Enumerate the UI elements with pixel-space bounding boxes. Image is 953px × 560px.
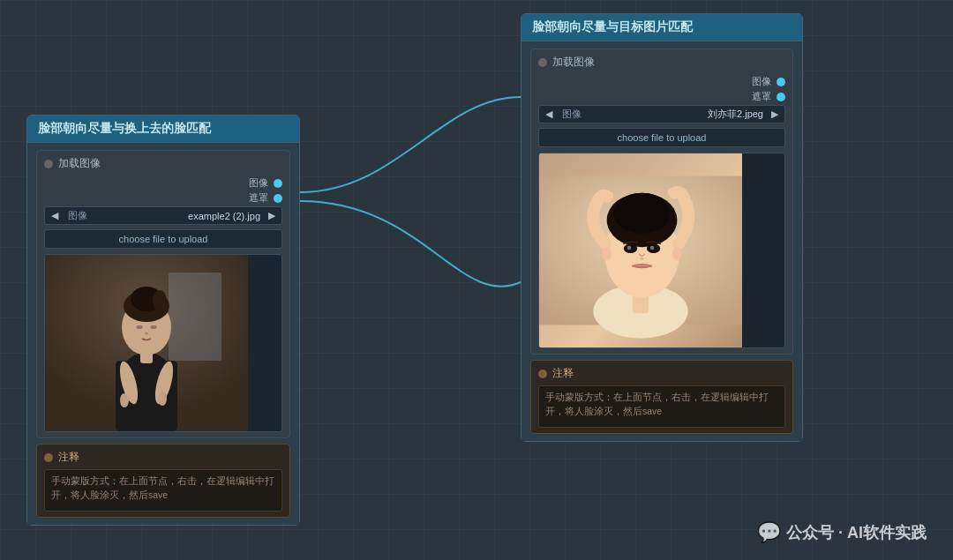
left-selector-prev[interactable]: ◀ — [45, 207, 64, 224]
svg-point-31 — [672, 247, 682, 260]
right-output-mask-row: 遮罩 — [538, 90, 785, 103]
right-image-selector[interactable]: ◀ 图像 刘亦菲2.jpeg ▶ — [538, 105, 785, 123]
right-selector-label: 图像 — [559, 108, 582, 121]
left-node-panel: 脸部朝向尽量与换上去的脸匹配 加载图像 图像 遮罩 ◀ 图像 example2 … — [26, 115, 300, 526]
left-notes-dot — [44, 453, 53, 462]
right-selector-value: 刘亦菲2.jpeg — [582, 108, 765, 121]
right-image-connector[interactable] — [777, 78, 785, 86]
left-output-image-row: 图像 — [44, 176, 282, 190]
left-image-selector[interactable]: ◀ 图像 example2 (2).jpg ▶ — [44, 206, 282, 225]
svg-point-28 — [650, 246, 655, 250]
right-notes-dot — [538, 370, 547, 378]
svg-point-22 — [613, 193, 670, 234]
svg-point-10 — [137, 325, 143, 329]
svg-point-9 — [153, 290, 167, 311]
right-mask-connector[interactable] — [777, 93, 785, 101]
right-upload-button[interactable]: choose file to upload — [538, 128, 785, 147]
svg-point-11 — [151, 325, 157, 329]
right-load-image-section: 加载图像 图像 遮罩 ◀ 图像 刘亦菲2.jpeg ▶ choose file … — [530, 49, 793, 355]
left-load-image-section: 加载图像 图像 遮罩 ◀ 图像 example2 (2).jpg ▶ choos… — [36, 150, 290, 438]
right-notes-label: 注释 — [552, 366, 574, 381]
left-mask-connector[interactable] — [274, 194, 282, 203]
left-selector-label: 图像 — [64, 209, 87, 222]
svg-rect-2 — [169, 273, 221, 361]
watermark-icon: 💬 — [757, 521, 781, 544]
left-section-dot — [44, 160, 53, 168]
right-notes-text: 手动蒙版方式：在上面节点，右击，在逻辑编辑中打开，将人脸涂灭，然后save — [538, 385, 785, 428]
right-image-preview — [539, 153, 742, 347]
watermark-text: 公众号 · AI软件实践 — [786, 522, 927, 543]
left-notes-section: 注释 手动蒙版方式：在上面节点，右击，在逻辑编辑中打开，将人脸涂灭，然后save — [36, 444, 290, 518]
left-selector-next[interactable]: ▶ — [262, 207, 281, 224]
left-node-title: 脸部朝向尽量与换上去的脸匹配 — [27, 116, 299, 143]
svg-point-27 — [627, 246, 632, 250]
svg-point-12 — [145, 332, 148, 335]
left-upload-button[interactable]: choose file to upload — [44, 229, 282, 249]
svg-point-30 — [602, 247, 612, 260]
right-output-mask-label: 遮罩 — [752, 90, 771, 103]
left-image-preview — [45, 255, 248, 431]
right-section-dot — [538, 58, 547, 67]
left-output-mask-label: 遮罩 — [249, 191, 268, 205]
left-output-mask-row: 遮罩 — [44, 191, 282, 205]
left-selector-value: example2 (2).jpg — [87, 211, 262, 221]
right-output-image-row: 图像 — [538, 75, 785, 88]
svg-point-16 — [158, 392, 167, 406]
right-image-display — [538, 153, 785, 348]
left-output-image-label: 图像 — [249, 176, 268, 190]
right-node-panel: 脸部朝向尽量与目标图片匹配 加载图像 图像 遮罩 ◀ 图像 刘亦菲2.jpeg … — [521, 13, 803, 442]
left-notes-label: 注释 — [58, 450, 79, 465]
right-selector-next[interactable]: ▶ — [765, 106, 784, 123]
right-output-image-label: 图像 — [752, 75, 771, 88]
left-section-label: 加载图像 — [58, 156, 101, 171]
watermark: 💬 公众号 · AI软件实践 — [757, 521, 927, 544]
left-notes-text: 手动蒙版方式：在上面节点，右击，在逻辑编辑中打开，将人脸涂灭，然后save — [44, 469, 282, 511]
svg-point-29 — [640, 258, 644, 260]
svg-point-15 — [120, 393, 129, 407]
right-selector-prev[interactable]: ◀ — [539, 106, 559, 123]
left-image-display — [44, 254, 282, 432]
left-image-connector[interactable] — [274, 179, 282, 188]
right-node-title: 脸部朝向尽量与目标图片匹配 — [522, 14, 802, 41]
right-section-label: 加载图像 — [552, 55, 595, 70]
right-notes-section: 注释 手动蒙版方式：在上面节点，右击，在逻辑编辑中打开，将人脸涂灭，然后save — [530, 360, 793, 434]
